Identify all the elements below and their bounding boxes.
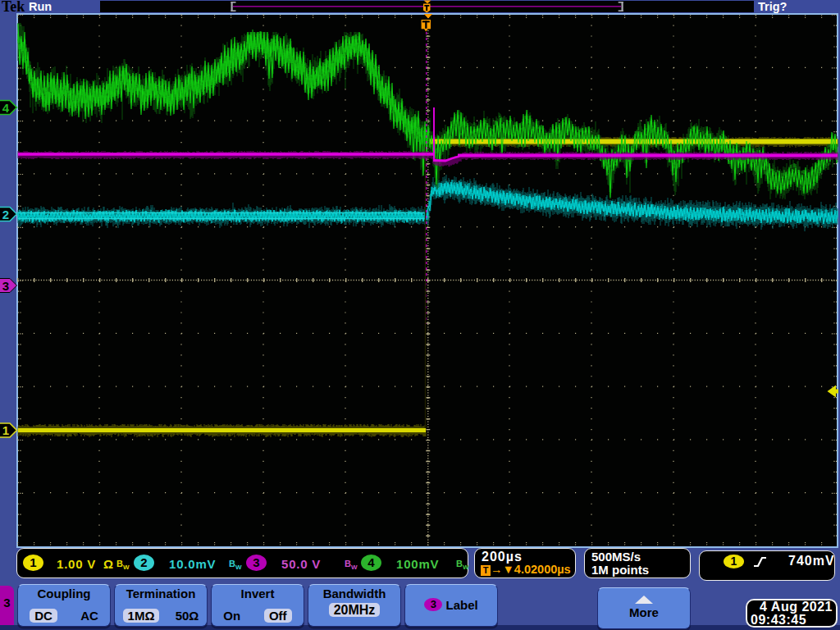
- svg-text:2: 2: [2, 208, 9, 221]
- svg-text:3: 3: [2, 279, 9, 293]
- svg-text:1: 1: [2, 423, 9, 437]
- svg-text:4: 4: [2, 101, 10, 115]
